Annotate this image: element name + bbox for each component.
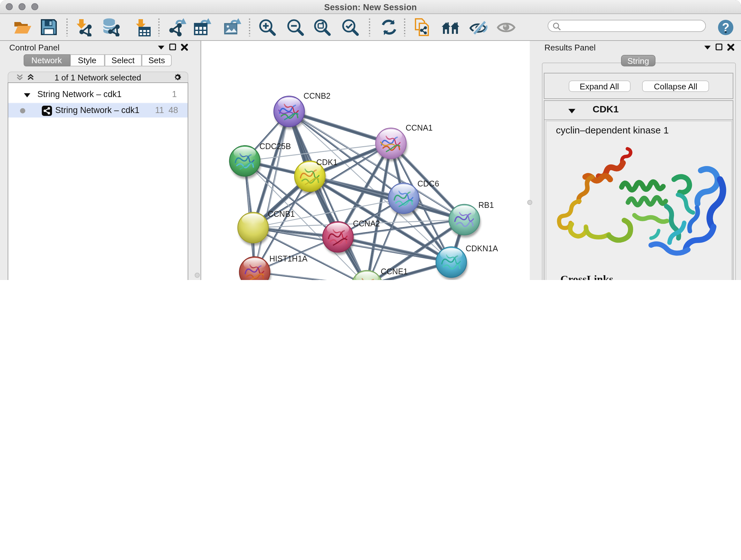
svg-text:HIST1H1A: HIST1H1A <box>269 254 307 263</box>
svg-text:CDC6: CDC6 <box>417 179 439 188</box>
svg-text:CCNA1: CCNA1 <box>405 123 432 132</box>
svg-text:CCNA2: CCNA2 <box>353 219 380 228</box>
svg-text:CDC25B: CDC25B <box>259 141 291 150</box>
svg-text:CCNB2: CCNB2 <box>303 91 330 100</box>
svg-text:CDKN1A: CDKN1A <box>465 244 498 253</box>
svg-text:CCNB1: CCNB1 <box>267 209 294 218</box>
svg-text:RB1: RB1 <box>478 200 494 209</box>
svg-text:CCNE1: CCNE1 <box>381 266 408 275</box>
svg-text:CDK1: CDK1 <box>316 158 337 166</box>
